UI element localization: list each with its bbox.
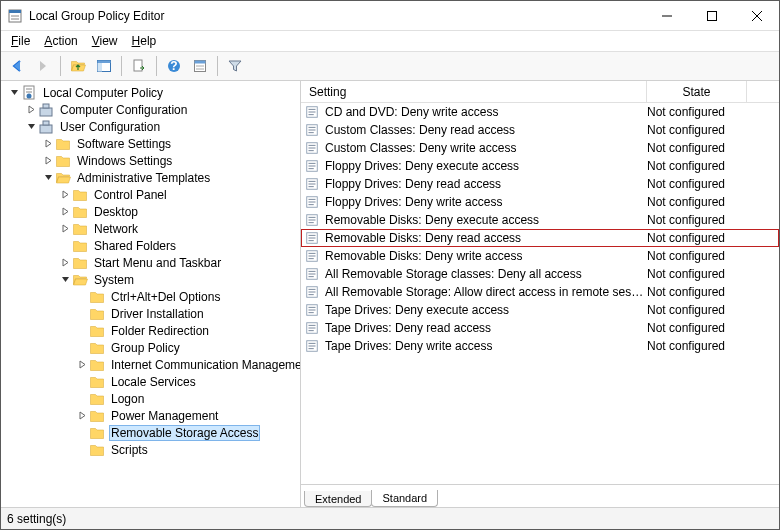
tree-label: Control Panel (92, 188, 169, 202)
settings-list[interactable]: Setting State CD and DVD: Deny write acc… (301, 81, 779, 485)
menu-view[interactable]: View (86, 32, 124, 50)
setting-row[interactable]: Custom Classes: Deny read accessNot conf… (301, 121, 779, 139)
folder-icon (89, 408, 105, 424)
tree-item-driver-installation[interactable]: Driver Installation (3, 305, 301, 322)
tree-item-root[interactable]: Local Computer Policy (3, 84, 301, 101)
tree-item-start-menu-taskbar[interactable]: Start Menu and Taskbar (3, 254, 301, 271)
folder-icon (89, 357, 105, 373)
tree-item-scripts[interactable]: Scripts (3, 441, 301, 458)
tree-label: Power Management (109, 409, 220, 423)
tree-item-power-management[interactable]: Power Management (3, 407, 301, 424)
setting-row[interactable]: Tape Drives: Deny write accessNot config… (301, 337, 779, 355)
expand-icon[interactable] (75, 358, 89, 372)
tree-pane[interactable]: Local Computer PolicyComputer Configurat… (1, 81, 301, 507)
expand-icon[interactable] (58, 205, 72, 219)
setting-name: CD and DVD: Deny write access (325, 105, 647, 119)
tree-label: Locale Services (109, 375, 198, 389)
tree-item-ctrl-alt-del-options[interactable]: Ctrl+Alt+Del Options (3, 288, 301, 305)
column-state[interactable]: State (647, 81, 747, 102)
expand-icon[interactable] (58, 222, 72, 236)
export-button[interactable] (127, 54, 151, 78)
setting-row[interactable]: Floppy Drives: Deny write accessNot conf… (301, 193, 779, 211)
folder-icon (89, 442, 105, 458)
folder-icon (89, 425, 105, 441)
setting-name: All Removable Storage classes: Deny all … (325, 267, 647, 281)
setting-row[interactable]: Tape Drives: Deny execute accessNot conf… (301, 301, 779, 319)
close-button[interactable] (734, 1, 779, 30)
expand-icon[interactable] (41, 154, 55, 168)
collapse-icon[interactable] (41, 171, 55, 185)
setting-row[interactable]: All Removable Storage: Allow direct acce… (301, 283, 779, 301)
help-button[interactable]: ? (162, 54, 186, 78)
svg-rect-25 (195, 61, 206, 64)
titlebar[interactable]: Local Group Policy Editor (1, 1, 779, 31)
tree-item-removable-storage-access[interactable]: Removable Storage Access (3, 424, 301, 441)
tree-item-internet-communication-management[interactable]: Internet Communication Management (3, 356, 301, 373)
tab-standard[interactable]: Standard (371, 490, 438, 507)
tree-item-logon[interactable]: Logon (3, 390, 301, 407)
collapse-icon[interactable] (58, 273, 72, 287)
tree-item-desktop[interactable]: Desktop (3, 203, 301, 220)
setting-row[interactable]: CD and DVD: Deny write accessNot configu… (301, 103, 779, 121)
menu-file[interactable]: Fdocument.currentScript.previousElementS… (5, 32, 36, 50)
tree-item-administrative-templates[interactable]: Administrative Templates (3, 169, 301, 186)
setting-row[interactable]: Removable Disks: Deny write accessNot co… (301, 247, 779, 265)
setting-row[interactable]: Tape Drives: Deny read accessNot configu… (301, 319, 779, 337)
tree-item-user-configuration[interactable]: User Configuration (3, 118, 301, 135)
back-button[interactable] (5, 54, 29, 78)
tree-item-locale-services[interactable]: Locale Services (3, 373, 301, 390)
tab-extended[interactable]: Extended (304, 491, 372, 507)
setting-row[interactable]: Floppy Drives: Deny read accessNot confi… (301, 175, 779, 193)
setting-state: Not configured (647, 249, 725, 263)
expand-icon[interactable] (41, 137, 55, 151)
setting-state: Not configured (647, 231, 725, 245)
menu-action[interactable]: Action (38, 32, 83, 50)
tree-item-computer-configuration[interactable]: Computer Configuration (3, 101, 301, 118)
folder-icon (72, 255, 88, 271)
show-hide-tree-button[interactable] (92, 54, 116, 78)
tree-item-shared-folders[interactable]: Shared Folders (3, 237, 301, 254)
expand-icon[interactable] (58, 256, 72, 270)
tree-item-windows-settings[interactable]: Windows Settings (3, 152, 301, 169)
expand-icon[interactable] (75, 409, 89, 423)
menu-help[interactable]: Help (126, 32, 163, 50)
tree-label: Group Policy (109, 341, 182, 355)
setting-row[interactable]: Custom Classes: Deny write accessNot con… (301, 139, 779, 157)
setting-name: Removable Disks: Deny read access (325, 231, 647, 245)
expand-icon[interactable] (24, 103, 38, 117)
tree-label: Ctrl+Alt+Del Options (109, 290, 222, 304)
tree-item-group-policy[interactable]: Group Policy (3, 339, 301, 356)
setting-name: Removable Disks: Deny write access (325, 249, 647, 263)
collapse-icon[interactable] (7, 86, 21, 100)
tree-item-network[interactable]: Network (3, 220, 301, 237)
setting-name: Custom Classes: Deny write access (325, 141, 647, 155)
forward-button[interactable] (31, 54, 55, 78)
maximize-button[interactable] (689, 1, 734, 30)
setting-row[interactable]: Removable Disks: Deny execute accessNot … (301, 211, 779, 229)
properties-button[interactable] (188, 54, 212, 78)
svg-rect-19 (98, 61, 111, 64)
tabstrip: Extended Standard (301, 485, 779, 507)
expand-icon[interactable] (58, 188, 72, 202)
setting-name: Floppy Drives: Deny write access (325, 195, 647, 209)
column-setting[interactable]: Setting (301, 81, 647, 102)
minimize-button[interactable] (644, 1, 689, 30)
tree-label: Start Menu and Taskbar (92, 256, 223, 270)
tree-item-software-settings[interactable]: Software Settings (3, 135, 301, 152)
setting-name: Floppy Drives: Deny read access (325, 177, 647, 191)
filter-button[interactable] (223, 54, 247, 78)
window-title: Local Group Policy Editor (29, 9, 644, 23)
setting-icon (305, 339, 319, 353)
tree-item-system[interactable]: System (3, 271, 301, 288)
setting-row[interactable]: Floppy Drives: Deny execute accessNot co… (301, 157, 779, 175)
setting-icon (305, 195, 319, 209)
tree-item-control-panel[interactable]: Control Panel (3, 186, 301, 203)
setting-icon (305, 267, 319, 281)
tree-item-folder-redirection[interactable]: Folder Redirection (3, 322, 301, 339)
svg-rect-15 (707, 11, 716, 20)
tree-label: Folder Redirection (109, 324, 211, 338)
setting-row[interactable]: Removable Disks: Deny read accessNot con… (301, 229, 779, 247)
setting-row[interactable]: All Removable Storage classes: Deny all … (301, 265, 779, 283)
collapse-icon[interactable] (24, 120, 38, 134)
up-button[interactable] (66, 54, 90, 78)
